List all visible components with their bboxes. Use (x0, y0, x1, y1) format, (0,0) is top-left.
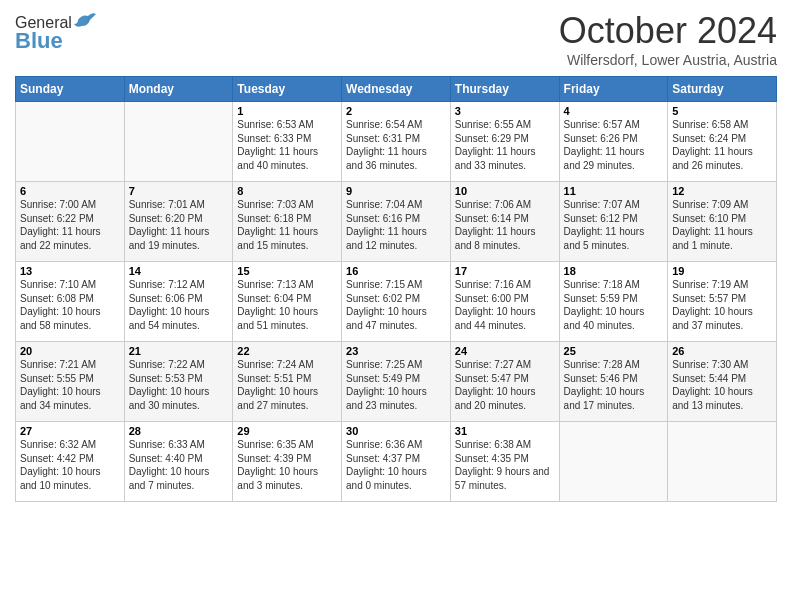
calendar-week-row: 20Sunrise: 7:21 AMSunset: 5:55 PMDayligh… (16, 342, 777, 422)
day-info: Sunrise: 7:06 AMSunset: 6:14 PMDaylight:… (455, 198, 555, 252)
logo: General Blue (15, 14, 96, 54)
day-number: 20 (20, 345, 120, 357)
day-info: Sunrise: 7:07 AMSunset: 6:12 PMDaylight:… (564, 198, 664, 252)
day-number: 18 (564, 265, 664, 277)
calendar-cell: 16Sunrise: 7:15 AMSunset: 6:02 PMDayligh… (342, 262, 451, 342)
calendar-header-row: SundayMondayTuesdayWednesdayThursdayFrid… (16, 77, 777, 102)
calendar-cell: 29Sunrise: 6:35 AMSunset: 4:39 PMDayligh… (233, 422, 342, 502)
day-number: 11 (564, 185, 664, 197)
day-number: 27 (20, 425, 120, 437)
day-info: Sunrise: 6:58 AMSunset: 6:24 PMDaylight:… (672, 118, 772, 172)
calendar-cell: 3Sunrise: 6:55 AMSunset: 6:29 PMDaylight… (450, 102, 559, 182)
day-info: Sunrise: 6:53 AMSunset: 6:33 PMDaylight:… (237, 118, 337, 172)
day-of-week-header: Thursday (450, 77, 559, 102)
calendar-cell: 7Sunrise: 7:01 AMSunset: 6:20 PMDaylight… (124, 182, 233, 262)
calendar-cell: 28Sunrise: 6:33 AMSunset: 4:40 PMDayligh… (124, 422, 233, 502)
day-number: 22 (237, 345, 337, 357)
calendar-cell (124, 102, 233, 182)
day-number: 7 (129, 185, 229, 197)
day-number: 17 (455, 265, 555, 277)
day-number: 23 (346, 345, 446, 357)
calendar-cell: 11Sunrise: 7:07 AMSunset: 6:12 PMDayligh… (559, 182, 668, 262)
calendar-cell: 2Sunrise: 6:54 AMSunset: 6:31 PMDaylight… (342, 102, 451, 182)
calendar-cell: 10Sunrise: 7:06 AMSunset: 6:14 PMDayligh… (450, 182, 559, 262)
calendar-cell: 23Sunrise: 7:25 AMSunset: 5:49 PMDayligh… (342, 342, 451, 422)
page-header: General Blue October 2024 Wilfersdorf, L… (15, 10, 777, 68)
day-info: Sunrise: 7:30 AMSunset: 5:44 PMDaylight:… (672, 358, 772, 412)
day-info: Sunrise: 7:03 AMSunset: 6:18 PMDaylight:… (237, 198, 337, 252)
day-number: 3 (455, 105, 555, 117)
day-info: Sunrise: 6:57 AMSunset: 6:26 PMDaylight:… (564, 118, 664, 172)
calendar-cell: 30Sunrise: 6:36 AMSunset: 4:37 PMDayligh… (342, 422, 451, 502)
day-info: Sunrise: 6:55 AMSunset: 6:29 PMDaylight:… (455, 118, 555, 172)
calendar-cell: 4Sunrise: 6:57 AMSunset: 6:26 PMDaylight… (559, 102, 668, 182)
day-info: Sunrise: 7:16 AMSunset: 6:00 PMDaylight:… (455, 278, 555, 332)
day-info: Sunrise: 7:21 AMSunset: 5:55 PMDaylight:… (20, 358, 120, 412)
day-number: 8 (237, 185, 337, 197)
calendar-cell: 15Sunrise: 7:13 AMSunset: 6:04 PMDayligh… (233, 262, 342, 342)
day-number: 2 (346, 105, 446, 117)
day-info: Sunrise: 7:15 AMSunset: 6:02 PMDaylight:… (346, 278, 446, 332)
day-info: Sunrise: 7:13 AMSunset: 6:04 PMDaylight:… (237, 278, 337, 332)
day-number: 1 (237, 105, 337, 117)
calendar-cell: 18Sunrise: 7:18 AMSunset: 5:59 PMDayligh… (559, 262, 668, 342)
day-info: Sunrise: 7:24 AMSunset: 5:51 PMDaylight:… (237, 358, 337, 412)
calendar-week-row: 6Sunrise: 7:00 AMSunset: 6:22 PMDaylight… (16, 182, 777, 262)
day-info: Sunrise: 7:12 AMSunset: 6:06 PMDaylight:… (129, 278, 229, 332)
day-of-week-header: Tuesday (233, 77, 342, 102)
calendar-week-row: 1Sunrise: 6:53 AMSunset: 6:33 PMDaylight… (16, 102, 777, 182)
logo-blue-text: Blue (15, 28, 63, 54)
day-number: 14 (129, 265, 229, 277)
day-info: Sunrise: 6:35 AMSunset: 4:39 PMDaylight:… (237, 438, 337, 492)
calendar-cell: 14Sunrise: 7:12 AMSunset: 6:06 PMDayligh… (124, 262, 233, 342)
day-info: Sunrise: 7:19 AMSunset: 5:57 PMDaylight:… (672, 278, 772, 332)
day-number: 13 (20, 265, 120, 277)
day-info: Sunrise: 6:38 AMSunset: 4:35 PMDaylight:… (455, 438, 555, 492)
day-info: Sunrise: 6:54 AMSunset: 6:31 PMDaylight:… (346, 118, 446, 172)
calendar-cell: 19Sunrise: 7:19 AMSunset: 5:57 PMDayligh… (668, 262, 777, 342)
day-info: Sunrise: 7:09 AMSunset: 6:10 PMDaylight:… (672, 198, 772, 252)
day-number: 9 (346, 185, 446, 197)
calendar-cell (16, 102, 125, 182)
calendar-cell: 17Sunrise: 7:16 AMSunset: 6:00 PMDayligh… (450, 262, 559, 342)
day-number: 29 (237, 425, 337, 437)
day-info: Sunrise: 7:10 AMSunset: 6:08 PMDaylight:… (20, 278, 120, 332)
day-info: Sunrise: 7:27 AMSunset: 5:47 PMDaylight:… (455, 358, 555, 412)
calendar-cell: 5Sunrise: 6:58 AMSunset: 6:24 PMDaylight… (668, 102, 777, 182)
calendar-cell (559, 422, 668, 502)
calendar-cell: 12Sunrise: 7:09 AMSunset: 6:10 PMDayligh… (668, 182, 777, 262)
day-of-week-header: Saturday (668, 77, 777, 102)
calendar-cell: 26Sunrise: 7:30 AMSunset: 5:44 PMDayligh… (668, 342, 777, 422)
day-number: 28 (129, 425, 229, 437)
day-info: Sunrise: 7:00 AMSunset: 6:22 PMDaylight:… (20, 198, 120, 252)
day-number: 4 (564, 105, 664, 117)
day-info: Sunrise: 7:28 AMSunset: 5:46 PMDaylight:… (564, 358, 664, 412)
day-number: 16 (346, 265, 446, 277)
title-section: October 2024 Wilfersdorf, Lower Austria,… (559, 10, 777, 68)
day-info: Sunrise: 7:25 AMSunset: 5:49 PMDaylight:… (346, 358, 446, 412)
calendar-week-row: 27Sunrise: 6:32 AMSunset: 4:42 PMDayligh… (16, 422, 777, 502)
day-info: Sunrise: 6:36 AMSunset: 4:37 PMDaylight:… (346, 438, 446, 492)
day-number: 25 (564, 345, 664, 357)
day-of-week-header: Friday (559, 77, 668, 102)
month-title: October 2024 (559, 10, 777, 52)
day-of-week-header: Sunday (16, 77, 125, 102)
calendar-cell: 25Sunrise: 7:28 AMSunset: 5:46 PMDayligh… (559, 342, 668, 422)
calendar-cell: 8Sunrise: 7:03 AMSunset: 6:18 PMDaylight… (233, 182, 342, 262)
logo-bird-icon (74, 12, 96, 32)
calendar-cell: 21Sunrise: 7:22 AMSunset: 5:53 PMDayligh… (124, 342, 233, 422)
day-number: 10 (455, 185, 555, 197)
day-number: 30 (346, 425, 446, 437)
calendar-cell: 9Sunrise: 7:04 AMSunset: 6:16 PMDaylight… (342, 182, 451, 262)
calendar-table: SundayMondayTuesdayWednesdayThursdayFrid… (15, 76, 777, 502)
day-number: 26 (672, 345, 772, 357)
calendar-cell (668, 422, 777, 502)
calendar-cell: 22Sunrise: 7:24 AMSunset: 5:51 PMDayligh… (233, 342, 342, 422)
day-info: Sunrise: 6:32 AMSunset: 4:42 PMDaylight:… (20, 438, 120, 492)
day-info: Sunrise: 6:33 AMSunset: 4:40 PMDaylight:… (129, 438, 229, 492)
calendar-week-row: 13Sunrise: 7:10 AMSunset: 6:08 PMDayligh… (16, 262, 777, 342)
day-number: 24 (455, 345, 555, 357)
day-of-week-header: Wednesday (342, 77, 451, 102)
day-number: 19 (672, 265, 772, 277)
day-info: Sunrise: 7:04 AMSunset: 6:16 PMDaylight:… (346, 198, 446, 252)
